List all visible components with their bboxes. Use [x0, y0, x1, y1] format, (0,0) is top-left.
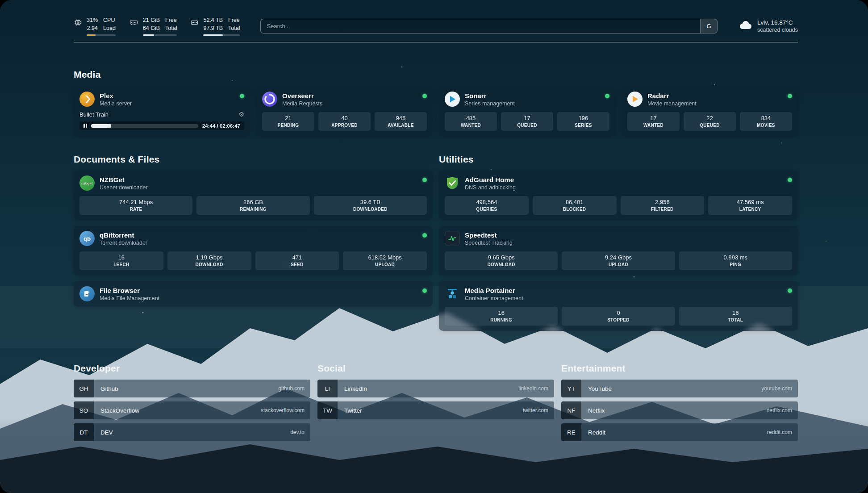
status-online-dot	[605, 94, 609, 98]
service-description: Movie management	[647, 100, 783, 107]
bookmark-github[interactable]: GH Github github.com	[74, 380, 310, 397]
bookmark-group-entertainment: Entertainment YT YouTube youtube.com NF …	[561, 363, 798, 441]
stat-download: 9.65 Gbps DOWNLOAD	[445, 251, 558, 270]
service-card-portainer[interactable]: Media Portainer Container management 16 …	[439, 281, 798, 331]
top-bar: 31% 2.94 CPU Load	[74, 16, 798, 36]
service-name: Plex	[100, 92, 235, 100]
bookmark-youtube[interactable]: YT YouTube youtube.com	[561, 380, 798, 397]
stat-latency: 47.569 ms LATENCY	[708, 196, 792, 215]
service-description: Torrent downloader	[100, 240, 417, 246]
bookmark-group-developer: Developer GH Github github.com SO StackO…	[74, 363, 310, 441]
cpu-percent: 31%	[87, 16, 98, 24]
service-card-speedtest[interactable]: Speedtest Speedtest Tracking 9.65 Gbps D…	[439, 226, 798, 276]
disk-label-top: Free	[228, 16, 240, 24]
media-grid: Plex Media server Bullet Train ⚙	[74, 87, 798, 136]
weather-condition: scattered clouds	[757, 27, 798, 33]
bookmark-url: stackoverflow.com	[261, 407, 305, 414]
service-name: Overseerr	[282, 92, 417, 100]
plex-now-playing: Bullet Train ⚙ 24:44 / 02:06:47	[79, 111, 244, 130]
service-card-plex[interactable]: Plex Media server Bullet Train ⚙	[74, 87, 250, 136]
bookmark-name: Netflix	[588, 407, 605, 414]
header-divider	[74, 42, 798, 42]
bookmark-linkedin[interactable]: LI LinkedIn linkedin.com	[317, 380, 554, 397]
bookmark-stackoverflow[interactable]: SO StackOverflow stackoverflow.com	[74, 401, 310, 419]
search-provider-button[interactable]: G	[700, 19, 717, 33]
status-online-dot	[788, 288, 792, 293]
bookmark-abbr: RE	[561, 423, 581, 441]
memory-icon	[129, 18, 138, 29]
service-name: qBittorrent	[100, 231, 417, 239]
plex-icon	[79, 92, 95, 107]
status-online-dot	[788, 94, 792, 98]
disk-progress-track	[203, 34, 240, 36]
section-title-social: Social	[317, 363, 554, 374]
stat-pending: 21 PENDING	[262, 112, 314, 131]
adguard-icon	[445, 175, 460, 191]
stat-wanted: 17 WANTED	[627, 112, 680, 131]
section-title-media: Media	[74, 69, 798, 80]
memory-label-bottom: Total	[165, 24, 177, 32]
app-window: 31% 2.94 CPU Load	[0, 0, 868, 493]
bookmark-netflix[interactable]: NF Netflix netflix.com	[561, 401, 798, 419]
stat-upload: 618.52 Mbps UPLOAD	[343, 251, 427, 270]
bookmark-twitter[interactable]: TW Twitter twitter.com	[317, 401, 554, 419]
status-online-dot	[422, 178, 427, 182]
group-utilities: Utilities AdGuard	[439, 154, 798, 331]
service-description: Media server	[100, 100, 235, 107]
bookmark-name: StackOverflow	[100, 407, 139, 414]
stat-movies: 834 MOVIES	[740, 112, 792, 131]
search-input[interactable]	[261, 19, 700, 33]
cpu-progress-track	[87, 34, 116, 36]
service-card-qbittorrent[interactable]: qb qBittorrent Torrent downloader 16 LEE…	[74, 226, 433, 276]
stat-download: 1.19 Gbps DOWNLOAD	[167, 251, 251, 270]
bookmark-url: reddit.com	[767, 429, 792, 435]
service-card-sonarr[interactable]: Sonarr Series management 485 WANTED 17 Q…	[439, 87, 615, 136]
bookmark-reddit[interactable]: RE Reddit reddit.com	[561, 423, 798, 441]
bookmark-url: twitter.com	[523, 407, 548, 414]
memory-progress-fill	[143, 34, 154, 36]
bookmark-abbr: LI	[317, 380, 338, 397]
bookmark-name: LinkedIn	[344, 385, 367, 392]
playback-progress-track[interactable]	[91, 124, 198, 128]
service-card-nzbget[interactable]: nzbget NZBGet Usenet downloader 744.21 M…	[74, 171, 433, 220]
stat-wanted: 485 WANTED	[445, 112, 497, 131]
bookmark-abbr: DT	[74, 423, 94, 441]
bookmark-url: netflix.com	[767, 407, 792, 414]
cpu-label-bottom: Load	[103, 24, 116, 32]
service-card-overseerr[interactable]: Overseerr Media Requests 21 PENDING 40 A…	[256, 87, 433, 136]
section-title-utilities: Utilities	[439, 154, 798, 165]
status-online-dot	[422, 233, 427, 238]
bookmark-abbr: YT	[561, 380, 581, 397]
service-card-radarr[interactable]: Radarr Movie management 17 WANTED 22 QUE…	[622, 87, 798, 136]
stat-filtered: 2,956 FILTERED	[621, 196, 705, 215]
stat-leech: 16 LEECH	[79, 251, 163, 270]
bookmark-name: Twitter	[344, 407, 362, 414]
status-online-dot	[788, 178, 792, 182]
memory-progress-track	[143, 34, 177, 36]
gear-icon[interactable]: ⚙	[238, 111, 244, 118]
weather-widget: Lviv, 16.87°C scattered clouds	[738, 19, 798, 33]
disk-label-bottom: Total	[228, 24, 240, 32]
service-description: DNS and adblocking	[465, 184, 783, 191]
service-card-filebrowser[interactable]: File Browser Media File Management	[74, 281, 433, 307]
service-description: Container management	[465, 295, 783, 301]
stat-queries: 498,564 QUERIES	[445, 196, 529, 215]
group-documents: Documents & Files nzbget NZBGet Usenet d…	[74, 154, 433, 307]
pause-icon[interactable]	[83, 124, 87, 128]
bookmark-dev[interactable]: DT DEV dev.to	[74, 423, 310, 441]
memory-total: 64 GiB	[143, 24, 160, 32]
stat-queued: 22 QUEUED	[684, 112, 736, 131]
disk-icon	[190, 18, 199, 29]
service-name: NZBGet	[100, 176, 417, 184]
service-card-adguard[interactable]: AdGuard Home DNS and adblocking 498,564 …	[439, 171, 798, 220]
playback-bar: 24:44 / 02:06:47	[79, 121, 244, 130]
stat-available: 945 AVAILABLE	[375, 112, 427, 131]
service-name: Radarr	[647, 92, 783, 100]
service-description: Series management	[465, 100, 600, 107]
memory-widget: 21 GiB 64 GiB Free Total	[129, 16, 177, 36]
qbittorrent-icon: qb	[79, 231, 95, 246]
bookmark-abbr: NF	[561, 401, 581, 419]
bookmark-abbr: GH	[74, 380, 94, 397]
memory-free: 21 GiB	[143, 16, 160, 24]
service-name: Speedtest	[465, 231, 792, 239]
